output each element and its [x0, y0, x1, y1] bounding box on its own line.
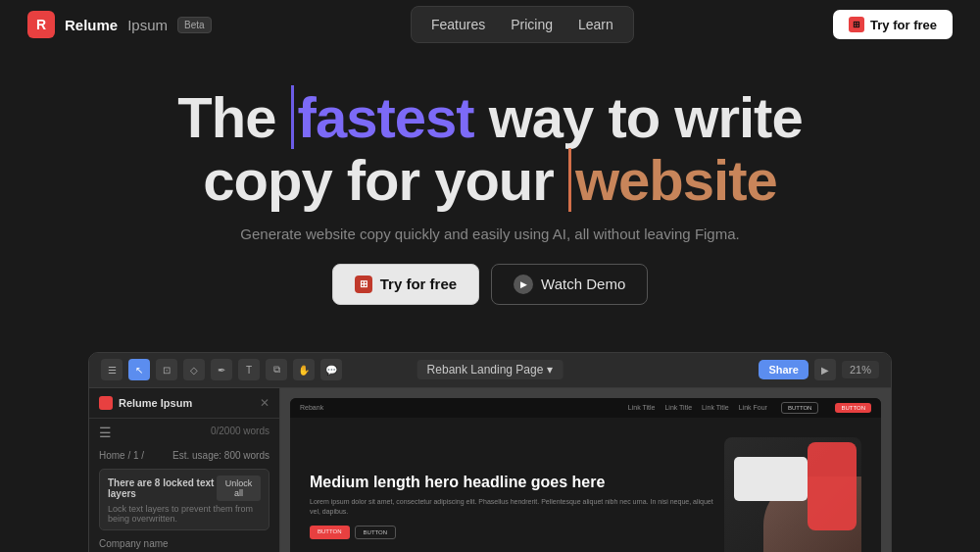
- nav-try-button[interactable]: ⊞ Try for free: [833, 10, 953, 39]
- nav-link-pricing[interactable]: Pricing: [501, 13, 563, 36]
- company-name-label: Company name: [99, 538, 270, 549]
- share-button[interactable]: Share: [759, 360, 808, 379]
- hero-highlight-website: website: [568, 148, 777, 212]
- hero-title-mid: way to write: [474, 85, 803, 149]
- locked-title: There are 8 locked text layers: [108, 477, 217, 499]
- zoom-level[interactable]: 21%: [842, 361, 879, 378]
- preview-hero: Medium length hero headline goes here Lo…: [290, 418, 881, 552]
- hero-title-copy: copy for your: [203, 148, 568, 212]
- toolbar-pen-icon[interactable]: ✒: [211, 359, 232, 380]
- toolbar-hand-icon[interactable]: ✋: [293, 359, 315, 380]
- preview-nav-link1: Link Title: [628, 404, 656, 411]
- hero-demo-label: Watch Demo: [541, 276, 625, 292]
- nav-links: Features Pricing Learn: [411, 6, 634, 43]
- toolbar-comment-icon[interactable]: 💬: [320, 359, 342, 380]
- hero-button-group: ⊞ Try for free ▶ Watch Demo: [20, 264, 960, 305]
- hero-highlight-fastest: fastest: [291, 85, 474, 149]
- toolbar-text-icon[interactable]: T: [238, 359, 260, 380]
- figma-screenshot: ☰ ↖ ⊡ ◇ ✒ T ⧉ ✋ 💬 Rebank Landing Page ▾ …: [88, 352, 892, 552]
- logo-icon: R: [27, 11, 55, 38]
- plugin-menu-icon[interactable]: ☰: [99, 425, 112, 440]
- phone-mockup: [808, 442, 857, 530]
- hero-title: The fastest way to write copy for your w…: [20, 86, 960, 212]
- nav-try-icon: ⊞: [849, 17, 864, 32]
- locked-desc: Lock text layers to prevent them from be…: [108, 504, 261, 524]
- unlock-button[interactable]: Unlock all: [217, 476, 261, 501]
- chevron-down-icon: ▾: [547, 363, 553, 376]
- brand-name: Relume: [65, 17, 118, 33]
- play-icon: ▶: [514, 275, 533, 294]
- beta-badge: Beta: [177, 17, 212, 33]
- toolbar-menu-icon[interactable]: ☰: [101, 359, 122, 380]
- page-title-text: Rebank Landing Page: [427, 363, 544, 376]
- preview-nav-btn-primary: BUTTON: [835, 403, 871, 413]
- preview-hero-content: Medium length hero headline goes here Lo…: [310, 473, 724, 539]
- plugin-title-text: Relume Ipsum: [119, 397, 192, 409]
- preview-nav: Rebank Link Title Link Title Link Title …: [290, 398, 881, 418]
- preview-nav-link2: Link Title: [664, 404, 692, 411]
- hero-title-prefix: The: [177, 85, 290, 149]
- nav-cta: ⊞ Try for free: [833, 10, 953, 39]
- present-icon[interactable]: ▶: [814, 359, 836, 380]
- est-usage: Est. usage: 800 words: [172, 450, 270, 461]
- plugin-logo: [99, 396, 113, 410]
- toolbar-component-icon[interactable]: ⧉: [266, 359, 287, 380]
- hero-demo-button[interactable]: ▶ Watch Demo: [491, 264, 648, 305]
- card-mockup: [734, 457, 808, 501]
- navbar: R Relume Ipsum Beta Features Pricing Lea…: [0, 0, 980, 49]
- hero-try-label: Try for free: [380, 276, 457, 292]
- nav-link-learn[interactable]: Learn: [568, 13, 623, 36]
- breadcrumb-path: Home / 1 /: [99, 450, 144, 461]
- toolbar-shape-icon[interactable]: ◇: [183, 359, 205, 380]
- plugin-title-group: Relume Ipsum: [99, 396, 192, 410]
- preview-nav-link3: Link Title: [702, 404, 729, 411]
- figma-content: Relume Ipsum ✕ ☰ 0/2000 words Home / 1 /…: [89, 388, 891, 552]
- preview-primary-btn: BUTTON: [310, 526, 350, 539]
- locked-header: There are 8 locked text layers Unlock al…: [108, 476, 261, 501]
- preview-hero-subtitle: Lorem ipsum dolor sit amet, consectetur …: [310, 497, 724, 518]
- toolbar-page: Rebank Landing Page ▾: [417, 360, 564, 379]
- locked-notice: There are 8 locked text layers Unlock al…: [99, 469, 270, 530]
- figma-toolbar: ☰ ↖ ⊡ ◇ ✒ T ⧉ ✋ 💬 Rebank Landing Page ▾ …: [89, 353, 891, 388]
- toolbar-tools: ☰ ↖ ⊡ ◇ ✒ T ⧉ ✋ 💬: [101, 359, 342, 380]
- word-count: 0/2000 words: [211, 426, 270, 436]
- preview-hero-image: [724, 437, 861, 552]
- toolbar-actions: Share ▶ 21%: [759, 359, 879, 380]
- breadcrumb-row: Home / 1 / Est. usage: 800 words: [99, 450, 270, 461]
- toolbar-frame-icon[interactable]: ⊡: [156, 359, 177, 380]
- preview-brand: Rebank: [300, 404, 323, 411]
- hero-try-button[interactable]: ⊞ Try for free: [332, 264, 479, 305]
- landing-preview: Rebank Link Title Link Title Link Title …: [290, 398, 881, 552]
- plugin-panel: Relume Ipsum ✕ ☰ 0/2000 words Home / 1 /…: [89, 388, 280, 552]
- plugin-close-icon[interactable]: ✕: [260, 396, 270, 410]
- page-title[interactable]: Rebank Landing Page ▾: [417, 360, 564, 379]
- hero-section: The fastest way to write copy for your w…: [0, 49, 980, 352]
- nav-try-label: Try for free: [870, 18, 937, 32]
- product-name: Ipsum: [127, 17, 168, 33]
- nav-logo-group: R Relume Ipsum Beta: [27, 11, 212, 38]
- toolbar-select-icon[interactable]: ↖: [128, 359, 150, 380]
- preview-hero-title: Medium length hero headline goes here: [310, 473, 724, 491]
- hero-try-icon: ⊞: [355, 276, 372, 293]
- plugin-body: ☰ 0/2000 words Home / 1 / Est. usage: 80…: [89, 419, 279, 552]
- preview-nav-link4: Link Four: [739, 404, 767, 411]
- nav-link-features[interactable]: Features: [421, 13, 495, 36]
- preview-buttons: BUTTON BUTTON: [310, 526, 724, 539]
- preview-outline-btn: BUTTON: [355, 526, 397, 539]
- preview-nav-btn-outline: BUTTON: [781, 402, 819, 414]
- figma-canvas: Rebank Link Title Link Title Link Title …: [280, 388, 891, 552]
- hero-subtitle: Generate website copy quickly and easily…: [20, 226, 960, 242]
- plugin-header: Relume Ipsum ✕: [89, 388, 279, 419]
